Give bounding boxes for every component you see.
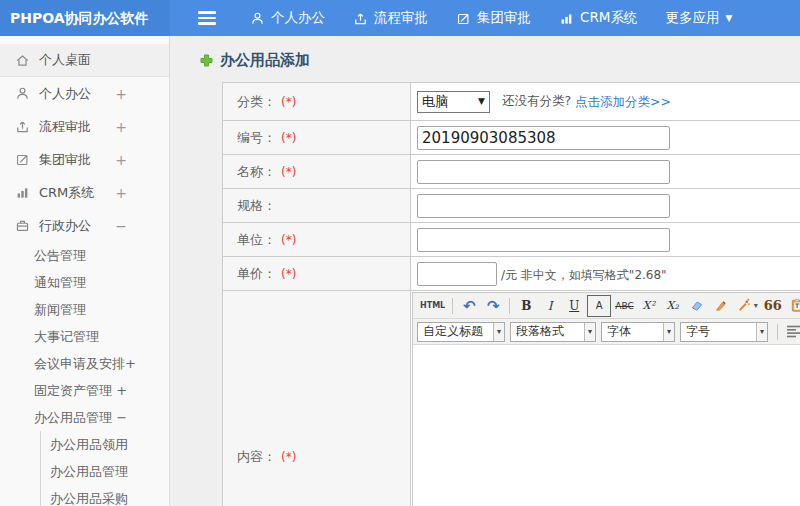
- topnav-label: 集团审批: [477, 9, 531, 27]
- topnav-label: 流程审批: [374, 9, 428, 27]
- sidebar-item-events-mgmt[interactable]: 大事记管理: [0, 323, 169, 350]
- topnav-process-approval[interactable]: 流程审批: [353, 9, 428, 27]
- superscript-button[interactable]: X²: [638, 296, 660, 316]
- unit-label: 单位：(*): [223, 223, 411, 257]
- blockquote-button[interactable]: 66: [762, 296, 784, 316]
- sidebar-item-crm[interactable]: CRM系统 +: [0, 176, 169, 209]
- code-input[interactable]: [417, 126, 670, 150]
- app-logo: PHPOA协同办公软件: [0, 0, 170, 36]
- sidebar-item-supplies-manage[interactable]: 办公用品管理: [41, 458, 169, 485]
- sidebar-item-news-mgmt[interactable]: 新闻管理: [0, 296, 169, 323]
- bold-button[interactable]: B: [515, 296, 537, 316]
- font-size-select[interactable]: 字号 ▾: [680, 322, 768, 342]
- quick-format-icon[interactable]: ▾: [734, 296, 760, 316]
- sidebar-item-meeting-mgmt[interactable]: 会议申请及安排+: [0, 350, 169, 377]
- required-marker: (*): [281, 165, 296, 179]
- price-format-hint: /元 非中文，如填写格式"2.68": [501, 268, 667, 282]
- sidebar-item-supplies-claim[interactable]: 办公用品领用: [41, 431, 169, 458]
- topnav-crm[interactable]: CRM系统: [559, 9, 637, 27]
- home-icon: [15, 53, 30, 68]
- required-marker: (*): [281, 233, 296, 247]
- sidebar-item-notice-mgmt[interactable]: 通知管理: [0, 269, 169, 296]
- unit-input[interactable]: [417, 228, 670, 252]
- topnav-personal-office[interactable]: 个人办公: [250, 9, 325, 27]
- spec-label: 规格：: [223, 189, 411, 223]
- code-label: 编号：(*): [223, 121, 411, 155]
- font-family-select[interactable]: 字体 ▾: [601, 322, 675, 342]
- required-marker: (*): [281, 95, 296, 109]
- category-selected-value: 电脑: [422, 93, 448, 111]
- top-nav: 个人办公 流程审批 集团审批 CRM系统 更多应用 ▼: [250, 9, 732, 27]
- topnav-more-apps[interactable]: 更多应用 ▼: [665, 9, 732, 27]
- html-source-button[interactable]: HTML: [418, 296, 447, 316]
- sidebar-item-office-supplies-mgmt[interactable]: 办公用品管理 −: [0, 404, 169, 431]
- sidebar-item-label: 行政办公: [39, 217, 91, 235]
- sidebar-item-admin-office[interactable]: 行政办公 −: [0, 209, 169, 242]
- content-label: 内容：(*): [223, 291, 411, 506]
- add-category-link[interactable]: 点击添加分类>>: [575, 93, 671, 108]
- chart-icon: [15, 185, 30, 200]
- price-input[interactable]: [417, 262, 497, 286]
- sidebar-item-label: 个人桌面: [39, 51, 91, 69]
- edit-icon: [15, 152, 30, 167]
- redo-icon[interactable]: ↷: [482, 296, 504, 316]
- briefcase-icon: [15, 218, 30, 233]
- editor-toolbar-row1: HTML ↶ ↷ B I U A ABC X² X₂: [413, 293, 800, 319]
- italic-button[interactable]: I: [539, 296, 561, 316]
- sidebar-item-label: 集团审批: [39, 151, 91, 169]
- expand-plus-icon[interactable]: +: [115, 152, 127, 168]
- custom-title-select[interactable]: 自定义标题 ▾: [417, 322, 505, 342]
- topnav-label: 个人办公: [271, 9, 325, 27]
- topnav-group-approval[interactable]: 集团审批: [456, 9, 531, 27]
- user-icon: [250, 11, 265, 26]
- sidebar-item-group-approval[interactable]: 集团审批 +: [0, 143, 169, 176]
- category-select[interactable]: 电脑 ▼: [417, 91, 490, 113]
- sidebar-item-announcement-mgmt[interactable]: 公告管理: [0, 242, 169, 269]
- paragraph-format-select[interactable]: 段落格式 ▾: [510, 322, 596, 342]
- edit-icon: [456, 11, 471, 26]
- sidebar-item-personal-office[interactable]: 个人办公 +: [0, 77, 169, 110]
- sidebar-item-label: CRM系统: [39, 184, 94, 202]
- expand-plus-icon[interactable]: +: [115, 119, 127, 135]
- caret-down-icon: ▾: [584, 323, 595, 341]
- paste-icon[interactable]: T: [786, 296, 800, 316]
- expand-plus-icon[interactable]: +: [115, 185, 127, 201]
- toolbar-separator: [509, 298, 510, 314]
- user-icon: [15, 86, 30, 101]
- top-bar: PHPOA协同办公软件 个人办公 流程审批 集团审批 CRM系统 更多应用 ▼: [0, 0, 800, 36]
- form-row-price: 单价：(*) /元 非中文，如填写格式"2.68": [223, 257, 800, 291]
- forecolor-box-button[interactable]: A: [587, 295, 611, 317]
- subscript-button[interactable]: X₂: [662, 296, 684, 316]
- topnav-label: 更多应用: [665, 9, 719, 27]
- menu-toggle-icon[interactable]: [198, 11, 216, 25]
- name-input[interactable]: [417, 160, 670, 184]
- caret-down-icon: ▾: [663, 323, 674, 341]
- chart-icon: [559, 11, 574, 26]
- spec-input[interactable]: [417, 194, 670, 218]
- sidebar-item-supplies-purchase[interactable]: 办公用品采购: [41, 485, 169, 506]
- supply-add-form: 分类：(*) 电脑 ▼ 还没有分类? 点击添加分类>> 编号：(*) 名称：(*…: [222, 82, 800, 506]
- process-icon: [353, 11, 368, 26]
- editor-toolbar-row2: 自定义标题 ▾ 段落格式 ▾ 字体 ▾ 字号 ▾: [413, 319, 800, 345]
- rich-text-editor: HTML ↶ ↷ B I U A ABC X² X₂: [412, 292, 800, 506]
- eraser-icon[interactable]: [686, 296, 708, 316]
- format-brush-icon[interactable]: [710, 296, 732, 316]
- collapse-minus-icon[interactable]: −: [115, 218, 127, 234]
- strikethrough-button[interactable]: ABC: [613, 296, 635, 316]
- editor-content-area[interactable]: [413, 345, 800, 506]
- required-marker: (*): [281, 267, 296, 281]
- form-row-spec: 规格：: [223, 189, 800, 223]
- undo-icon[interactable]: ↶: [458, 296, 480, 316]
- toolbar-separator: [452, 298, 453, 314]
- main-content: 办公用品添加 分类：(*) 电脑 ▼ 还没有分类? 点击添加分类>> 编号：(*…: [170, 36, 800, 506]
- sidebar-subgroup-office-supplies: 办公用品领用 办公用品管理 办公用品采购: [40, 431, 169, 506]
- align-left-icon[interactable]: [783, 322, 800, 342]
- form-row-category: 分类：(*) 电脑 ▼ 还没有分类? 点击添加分类>>: [223, 83, 800, 121]
- expand-plus-icon[interactable]: +: [115, 86, 127, 102]
- sidebar-item-process-approval[interactable]: 流程审批 +: [0, 110, 169, 143]
- required-marker: (*): [281, 450, 296, 464]
- sidebar-item-desktop[interactable]: 个人桌面: [0, 44, 169, 77]
- form-row-content: 内容：(*) HTML ↶ ↷ B I U A ABC: [223, 291, 800, 506]
- underline-button[interactable]: U: [563, 296, 585, 316]
- sidebar-item-fixed-assets-mgmt[interactable]: 固定资产管理 +: [0, 377, 169, 404]
